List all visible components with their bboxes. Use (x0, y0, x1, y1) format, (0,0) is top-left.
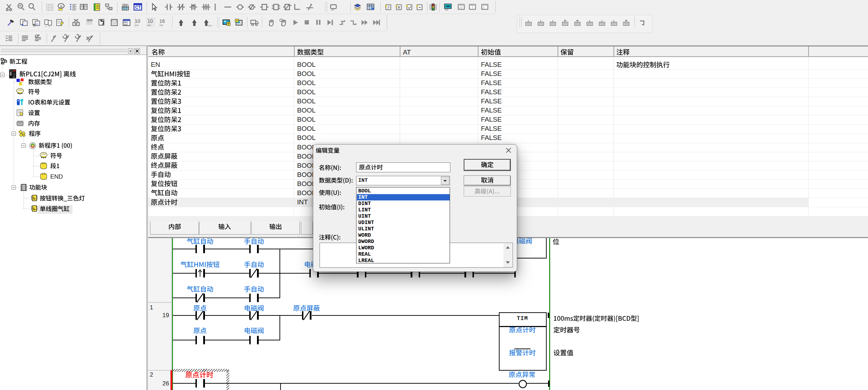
svg-text:HH: HH (446, 4, 451, 8)
svg-text:ron: ron (208, 24, 212, 27)
svg-text:ron: ron (135, 24, 139, 27)
svg-text:10: 10 (135, 18, 140, 24)
svg-text:10: 10 (147, 18, 153, 24)
svg-text:002: 002 (124, 24, 128, 26)
svg-text:SMA: SMA (122, 3, 129, 7)
svg-text:ron: ron (159, 24, 163, 27)
svg-text:ron: ron (331, 8, 334, 11)
svg-text:16: 16 (159, 18, 165, 24)
svg-text:ron: ron (147, 24, 151, 27)
svg-text:ron: ron (445, 8, 448, 11)
svg-text:CT: CT (135, 5, 141, 10)
